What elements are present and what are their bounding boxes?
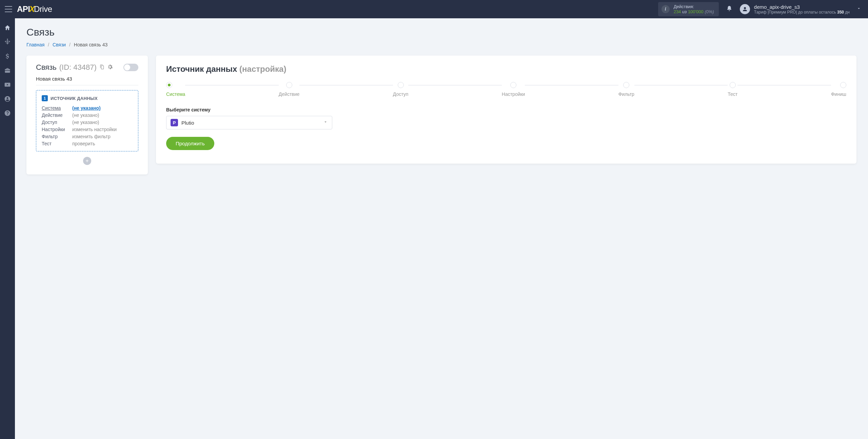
step-настройки[interactable]: Настройки: [502, 82, 525, 97]
actions-counter[interactable]: i Действия: 234 из 100'000 (0%): [658, 2, 719, 16]
user-tariff: Тариф |Премиум PRO| до оплаты осталось 3…: [754, 10, 850, 15]
actions-label: Действия:: [674, 4, 714, 9]
connection-name: Новая связь 43: [36, 76, 138, 82]
continue-button[interactable]: Продолжить: [166, 137, 214, 150]
stepper: СистемаДействиеДоступНастройкиФильтрТест…: [166, 82, 846, 97]
actions-value: 234 из 100'000 (0%): [674, 9, 714, 14]
source-box: 1 ИСТОЧНИК ДАННЫХ Система(не указано)Дей…: [36, 90, 138, 151]
step-действие[interactable]: Действие: [279, 82, 300, 97]
step-label: Фильтр: [618, 91, 634, 97]
user-menu[interactable]: demo_apix-drive_s3 Тариф |Премиум PRO| д…: [740, 4, 861, 15]
connection-card: Связь (ID: 43487) Новая связь 43: [26, 56, 148, 174]
add-step-button[interactable]: +: [83, 157, 91, 165]
enable-toggle[interactable]: [123, 64, 138, 71]
source-row[interactable]: Фильтризменить фильтр: [42, 134, 133, 139]
source-row[interactable]: Система(не указано): [42, 105, 133, 111]
source-row-value: (не указано): [72, 105, 101, 111]
step-система[interactable]: Система: [166, 82, 185, 97]
sidebar-video[interactable]: [4, 81, 11, 88]
select-label: Выберите систему: [166, 107, 846, 112]
source-row-value: (не указано): [72, 112, 99, 118]
page-title: Связь: [26, 26, 856, 38]
step-dot: [398, 82, 404, 88]
source-row-value: проверить: [72, 141, 95, 146]
system-selected: Plutio: [181, 120, 194, 126]
step-фильтр[interactable]: Фильтр: [618, 82, 634, 97]
system-select[interactable]: P Plutio: [166, 116, 332, 129]
source-row-label: Система: [42, 105, 67, 111]
logo[interactable]: API X Drive: [17, 4, 52, 14]
breadcrumb-links[interactable]: Связи: [53, 42, 66, 47]
menu-toggle[interactable]: [5, 6, 12, 12]
config-title: Источник данных: [166, 64, 237, 74]
user-name: demo_apix-drive_s3: [754, 4, 850, 10]
sidebar-profile[interactable]: [4, 96, 11, 102]
step-dot: [166, 82, 172, 88]
step-label: Настройки: [502, 91, 525, 97]
source-row-value: (не указано): [72, 120, 99, 125]
breadcrumb: Главная / Связи / Новая связь 43: [26, 42, 856, 47]
step-доступ[interactable]: Доступ: [393, 82, 409, 97]
source-row-label: Настройки: [42, 127, 67, 132]
connection-title: Связь: [36, 63, 57, 72]
sidebar-briefcase[interactable]: [4, 67, 11, 74]
sidebar: [0, 18, 15, 439]
chevron-down-icon: [854, 6, 861, 12]
system-icon: P: [171, 119, 178, 126]
step-тест[interactable]: Тест: [728, 82, 737, 97]
source-row[interactable]: Настройкиизменить настройки: [42, 127, 133, 132]
step-dot: [510, 82, 516, 88]
source-box-title: ИСТОЧНИК ДАННЫХ: [51, 96, 98, 101]
breadcrumb-home[interactable]: Главная: [26, 42, 44, 47]
avatar-icon: [740, 4, 750, 14]
step-label: Тест: [728, 91, 737, 97]
info-icon: i: [662, 5, 670, 13]
notifications-icon[interactable]: [726, 5, 732, 13]
step-финиш[interactable]: Финиш: [831, 82, 846, 97]
logo-part3: Drive: [34, 4, 52, 14]
gear-icon[interactable]: [107, 63, 113, 72]
connection-id: (ID: 43487): [59, 63, 97, 72]
source-row[interactable]: Тестпроверить: [42, 141, 133, 146]
source-row-label: Доступ: [42, 120, 67, 125]
main-content: Связь Главная / Связи / Новая связь 43 С…: [15, 18, 868, 439]
step-label: Финиш: [831, 91, 846, 97]
step-badge: 1: [42, 95, 48, 101]
source-row[interactable]: Действие(не указано): [42, 112, 133, 118]
source-row-label: Фильтр: [42, 134, 67, 139]
copy-icon[interactable]: [99, 63, 104, 72]
config-title-sub: (настройка): [239, 64, 286, 74]
step-dot: [730, 82, 736, 88]
sidebar-help[interactable]: [4, 110, 11, 117]
source-row-label: Тест: [42, 141, 67, 146]
step-dot: [623, 82, 629, 88]
step-label: Доступ: [393, 91, 409, 97]
logo-part1: API: [17, 4, 30, 14]
sidebar-home[interactable]: [4, 24, 11, 31]
step-dot: [286, 82, 292, 88]
config-card: Источник данных (настройка) СистемаДейст…: [156, 56, 856, 164]
breadcrumb-current: Новая связь 43: [74, 42, 107, 47]
sidebar-connections[interactable]: [4, 39, 11, 45]
source-row-label: Действие: [42, 112, 67, 118]
source-row[interactable]: Доступ(не указано): [42, 120, 133, 125]
source-row-value: изменить настройки: [72, 127, 117, 132]
step-dot: [840, 82, 846, 88]
chevron-down-icon: [323, 120, 328, 126]
step-label: Система: [166, 91, 185, 97]
sidebar-billing[interactable]: [4, 53, 11, 60]
step-label: Действие: [279, 91, 300, 97]
header: API X Drive i Действия: 234 из 100'000 (…: [0, 0, 868, 18]
source-row-value: изменить фильтр: [72, 134, 111, 139]
